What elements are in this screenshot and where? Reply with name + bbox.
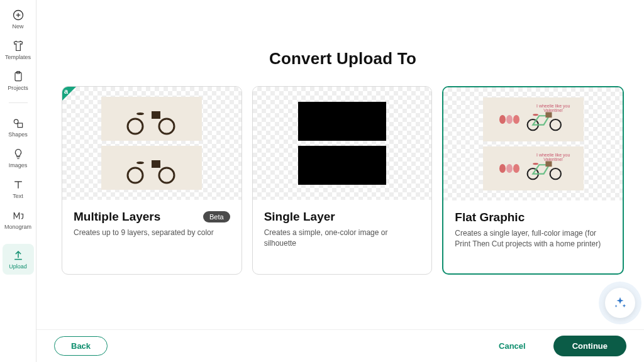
bicycle-outline-icon [120,101,183,136]
main-area: Convert Upload To [36,0,644,362]
upload-icon [11,248,26,263]
card-desc: Creates up to 9 layers, separated by col… [74,228,230,238]
svg-rect-17 [152,111,160,119]
back-button[interactable]: Back [54,336,108,356]
card-preview [253,87,432,200]
svg-point-28 [550,168,560,179]
card-preview [62,87,242,200]
access-flag-icon [62,87,76,101]
footer-bar: Back Cancel Continue [36,329,644,362]
sidebar-item-label: Upload [9,264,27,270]
option-card-flat-graphic[interactable]: I wheelie like you Valentine! [442,86,624,275]
svg-point-24 [550,119,560,130]
card-body: Flat Graphic Creates a single layer, ful… [443,200,623,261]
balloons-icon [499,164,519,173]
sidebar-item-text[interactable]: Text [3,173,34,204]
card-row: Multiple Layers Beta Creates up to 9 lay… [62,86,624,275]
sidebar-item-label: New [12,24,23,30]
card-desc: Creates a simple, one-color image or sil… [264,228,421,250]
sidebar-item-label: Text [13,194,23,199]
sparkle-icon [613,296,627,310]
option-card-single-layer[interactable]: Single Layer Creates a simple, one-color… [252,86,433,275]
sidebar-item-label: Projects [8,85,28,91]
card-body: Multiple Layers Beta Creates up to 9 lay… [62,200,242,250]
card-preview: I wheelie like you Valentine! [443,87,623,200]
monogram-icon [11,208,26,223]
sidebar-item-label: Images [9,163,28,168]
bicycle-outline-icon [120,150,183,185]
svg-point-26 [533,114,538,116]
option-card-multiple-layers[interactable]: Multiple Layers Beta Creates up to 9 lay… [62,86,242,275]
svg-rect-25 [545,112,552,118]
sidebar-item-label: Templates [5,55,31,60]
sidebar-divider [9,102,28,103]
clipboard-icon [11,69,26,84]
preview-tile-color: I wheelie like you Valentine! [483,97,584,141]
svg-point-30 [533,163,538,165]
svg-point-16 [159,119,174,134]
preview-tile-black [298,102,386,141]
text-icon [11,177,26,192]
plus-circle-icon [11,8,26,23]
card-title: Flat Graphic [455,211,525,224]
sidebar-item-new[interactable]: New [3,4,34,35]
continue-button[interactable]: Continue [553,336,626,356]
preview-caption: I wheelie like you Valentine! [535,153,572,162]
svg-point-15 [128,119,143,134]
sidebar-item-projects[interactable]: Projects [3,65,34,96]
sidebar-item-upload[interactable]: Upload [3,244,34,275]
card-title: Single Layer [264,210,335,224]
card-body: Single Layer Creates a simple, one-color… [253,200,432,261]
balloons-icon [499,115,519,124]
sidebar: New Templates Projects Shapes Images [0,0,36,362]
sidebar-item-monogram[interactable]: Monogram [3,204,34,235]
preview-tile-color: I wheelie like you Valentine! [483,146,584,190]
card-desc: Creates a single layer, full-color image… [455,228,611,250]
beta-badge: Beta [203,211,230,222]
preview-tile-black [298,146,386,185]
bulb-icon [11,146,26,162]
svg-rect-29 [545,161,552,167]
svg-line-11 [16,212,19,217]
page-title: Convert Upload To [62,49,624,69]
svg-point-20 [159,168,174,183]
sidebar-item-images[interactable]: Images [3,143,34,173]
svg-point-19 [128,168,143,183]
svg-rect-21 [152,160,160,168]
content: Convert Upload To [36,0,644,329]
card-title: Multiple Layers [74,210,160,224]
shapes-icon [11,116,26,131]
ai-sparkle-fab[interactable] [605,288,635,318]
svg-rect-6 [18,123,22,128]
svg-point-18 [136,112,144,115]
svg-point-22 [136,162,144,164]
tshirt-icon [11,38,26,53]
sidebar-item-label: Monogram [4,224,31,230]
preview-tile [101,97,202,141]
sidebar-item-shapes[interactable]: Shapes [3,112,34,143]
svg-line-10 [14,212,16,217]
sidebar-item-label: Shapes [8,132,28,138]
sidebar-item-templates[interactable]: Templates [3,35,34,65]
cancel-button[interactable]: Cancel [482,337,542,355]
preview-tile [101,146,202,190]
preview-caption: I wheelie like you Valentine! [535,104,572,112]
